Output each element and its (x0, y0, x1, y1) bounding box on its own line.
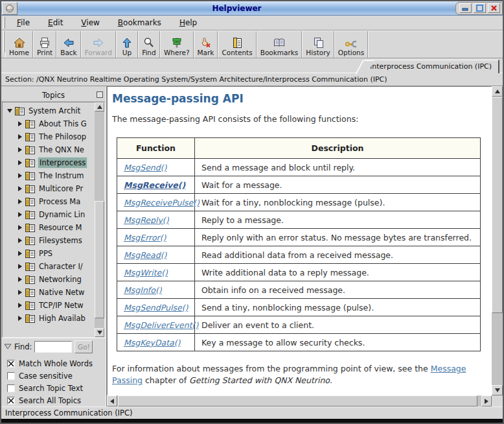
tree-item[interactable]: Networking (3, 273, 95, 286)
menu-bookmarks[interactable]: Bookmarks (111, 16, 168, 29)
content-horizontal-scrollbar[interactable] (107, 395, 492, 406)
options-button[interactable]: Options (334, 31, 369, 58)
tree-item[interactable]: Dynamic Lin (3, 208, 95, 221)
printer-icon (38, 36, 51, 49)
menubar-grip[interactable] (3, 17, 5, 29)
book-icon (25, 159, 35, 167)
content-vertical-scrollbar[interactable] (492, 86, 503, 395)
scroll-down-button[interactable] (95, 328, 104, 337)
chevron-right-icon (17, 251, 23, 256)
page-title: Message-passing API (112, 92, 491, 105)
close-button[interactable] (488, 3, 500, 13)
function-link[interactable]: MsgReceivePulse() (124, 198, 200, 207)
tree-scrollbar[interactable] (95, 102, 104, 337)
panel-toggle-button[interactable] (97, 91, 103, 98)
tree-item[interactable]: TCP/IP Netw (3, 299, 95, 312)
section-breadcrumb: Section: /QNX Neutrino Realtime Operatin… (1, 73, 503, 86)
menu-edit[interactable]: Edit (41, 16, 69, 29)
chevron-right-icon (17, 316, 23, 321)
find-input[interactable] (34, 341, 72, 353)
up-button[interactable]: Up (116, 31, 138, 58)
scrollbar-thumb[interactable] (118, 395, 477, 406)
checkbox-search-all-topics[interactable]: Search All Topics (7, 394, 106, 406)
photon-logo-icon (5, 4, 15, 13)
minimize-button[interactable] (459, 3, 472, 13)
collapse-triangle-icon[interactable] (4, 344, 12, 349)
open-book-icon (273, 36, 286, 49)
print-button[interactable]: Print (33, 31, 56, 58)
function-link[interactable]: MsgReply() (124, 215, 169, 225)
tree-item[interactable]: PPS (3, 247, 95, 260)
function-link[interactable]: MsgSendPulse() (124, 303, 188, 312)
contents-button[interactable]: Contents (218, 31, 256, 58)
book-icon (25, 120, 35, 128)
toolbar: Home Print Back Forward Up Find Where? (1, 30, 503, 58)
checkbox-search-topic-text[interactable]: Search Topic Text (7, 382, 106, 394)
function-description: Key a message to allow security checks. (195, 334, 481, 351)
tree-item[interactable]: High Availab (3, 312, 95, 325)
function-link[interactable]: MsgRead() (124, 250, 166, 260)
scroll-down-button[interactable] (492, 385, 503, 395)
go-button[interactable]: Go! (74, 340, 93, 353)
function-link[interactable]: MsgError() (124, 233, 166, 242)
topics-tree: System Archit About This G The Philosop … (2, 102, 105, 338)
table-row: MsgWrite()Write additional data to a rep… (117, 264, 481, 281)
table-row: MsgDeliverEvent()Deliver an event to a c… (117, 316, 481, 334)
scrollbar-thumb[interactable] (95, 201, 104, 318)
find-button[interactable]: Find (138, 31, 160, 58)
where-button[interactable]: Where? (160, 31, 194, 58)
history-button[interactable]: History (302, 31, 334, 58)
scrollbar-corner (492, 395, 503, 406)
function-link[interactable]: MsgKeyData() (124, 338, 181, 347)
function-link[interactable]: MsgInfo() (124, 285, 162, 295)
triangle-up-icon (97, 105, 102, 109)
function-link[interactable]: MsgDeliverEvent() (124, 320, 198, 330)
bookmarks-button[interactable]: Bookmarks (257, 31, 303, 58)
titlebar: Helpviewer (1, 1, 503, 16)
menu-help[interactable]: Help (173, 16, 203, 29)
maximize-button[interactable] (474, 3, 486, 13)
function-description: Send a message and block until reply. (195, 159, 481, 176)
book-icon (25, 237, 35, 245)
function-link[interactable]: MsgReceive() (124, 180, 185, 190)
function-link[interactable]: MsgWrite() (124, 268, 168, 277)
back-button[interactable]: Back (56, 31, 81, 58)
tree-item[interactable]: Process Ma (3, 195, 95, 208)
window-controls (455, 2, 503, 15)
tree-item[interactable]: Resource M (3, 221, 95, 234)
scrollbar-thumb[interactable] (492, 97, 503, 313)
helpviewer-window: Helpviewer File Edit View Bookmarks Help… (0, 0, 504, 424)
chevron-right-icon (17, 290, 23, 295)
tree-item[interactable]: The Instrum (3, 169, 95, 182)
window-menu-button[interactable] (2, 2, 17, 15)
menu-view[interactable]: View (74, 16, 106, 29)
checkbox-match-whole-words[interactable]: Match Whole Words (7, 357, 106, 370)
tree-item[interactable]: Multicore Pr (3, 182, 95, 195)
book-icon (25, 146, 35, 154)
tree-item[interactable]: System Archit (3, 104, 95, 117)
tree-item-selected[interactable]: Interprocess (3, 156, 95, 169)
topics-header: Topics (1, 89, 106, 102)
mark-button[interactable]: Mark (194, 31, 218, 58)
checkbox-case-sensitive[interactable]: Case sensitive (7, 370, 106, 382)
tab-interprocess-communication[interactable]: Interprocess Communication (IPC) (365, 60, 499, 73)
tree-item[interactable]: Character I/ (3, 260, 95, 273)
menu-file[interactable]: File (10, 16, 36, 29)
home-button[interactable]: Home (5, 31, 33, 58)
home-icon (13, 36, 26, 49)
tree-item[interactable]: About This G (3, 117, 95, 130)
tree-item[interactable]: The QNX Ne (3, 143, 95, 156)
status-bar: Interprocess Communication (IPC) (1, 406, 503, 419)
function-link[interactable]: MsgSend() (124, 163, 166, 172)
scroll-up-button[interactable] (492, 86, 503, 97)
forward-button[interactable]: Forward (81, 31, 116, 58)
tree-item[interactable]: The Philosop (3, 130, 95, 143)
scroll-left-button[interactable] (107, 395, 117, 406)
tree-item[interactable]: Filesystems (3, 234, 95, 247)
scroll-up-button[interactable] (95, 102, 104, 112)
window-bottom-edge (1, 419, 503, 423)
scroll-right-button[interactable] (481, 395, 492, 406)
chevron-right-icon (17, 212, 23, 217)
book-icon (25, 263, 35, 271)
tree-item[interactable]: Native Netw (3, 286, 95, 299)
